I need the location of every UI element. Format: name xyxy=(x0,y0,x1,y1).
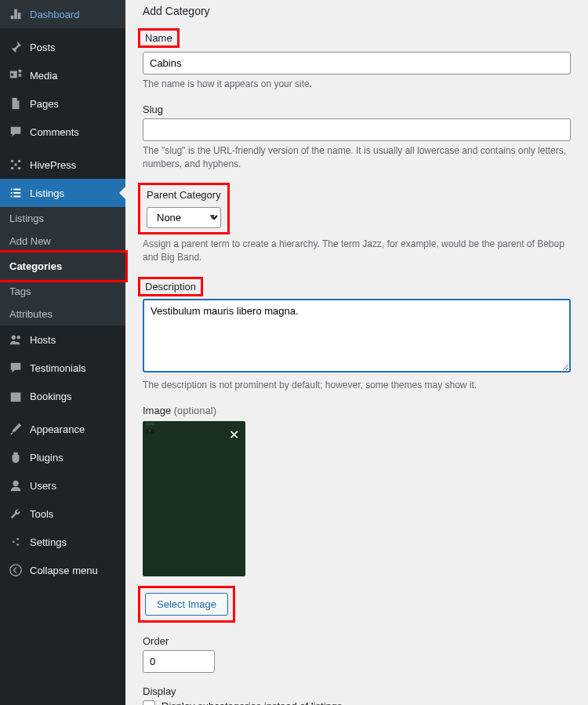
testimonial-icon xyxy=(8,360,24,376)
remove-image-icon[interactable]: ✕ xyxy=(229,427,239,442)
svg-point-9 xyxy=(13,541,15,543)
parent-help: Assign a parent term to create a hierarc… xyxy=(143,238,571,264)
image-label: Image (optional) xyxy=(143,405,571,416)
sidebar-item-testimonials[interactable]: Testimonials xyxy=(0,354,125,382)
sidebar-item-tools[interactable]: Tools xyxy=(0,500,125,528)
select-image-button[interactable]: Select Image xyxy=(145,593,228,616)
sidebar-item-plugins[interactable]: Plugins xyxy=(0,443,125,471)
wrench-icon xyxy=(8,506,24,521)
sidebar-sub-add-new[interactable]: Add New xyxy=(0,230,125,253)
sidebar-submenu-listings: Listings Add New Categories Tags Attribu… xyxy=(0,207,125,325)
svg-point-7 xyxy=(13,481,18,486)
dashboard-icon xyxy=(8,6,24,22)
sidebar-item-posts[interactable]: Posts xyxy=(0,33,125,61)
parent-label: Parent Category xyxy=(147,189,221,201)
svg-point-3 xyxy=(18,167,21,170)
sidebar-item-appearance[interactable]: Appearance xyxy=(0,415,125,443)
svg-point-2 xyxy=(11,167,14,170)
calendar-icon xyxy=(8,388,24,404)
slug-help: The "slug" is the URL-friendly version o… xyxy=(143,144,571,171)
brush-icon xyxy=(8,421,24,437)
svg-point-4 xyxy=(14,163,17,166)
page-title: Add Category xyxy=(143,5,571,17)
users-icon xyxy=(8,332,24,347)
display-checkbox[interactable] xyxy=(143,700,155,705)
sidebar-item-settings[interactable]: Settings xyxy=(0,528,125,556)
sidebar-sub-tags[interactable]: Tags xyxy=(0,280,125,303)
desc-label: Description xyxy=(145,281,196,293)
svg-point-5 xyxy=(12,336,16,340)
sidebar-sub-attributes[interactable]: Attributes xyxy=(0,303,125,325)
svg-rect-15 xyxy=(150,431,151,432)
sidebar-sub-categories[interactable]: Categories xyxy=(0,255,125,278)
settings-icon xyxy=(8,534,24,550)
display-label: Display xyxy=(143,685,571,697)
collapse-icon xyxy=(8,562,24,578)
svg-point-11 xyxy=(10,565,21,576)
parent-select[interactable]: None xyxy=(147,207,221,228)
sidebar-item-comments[interactable]: Comments xyxy=(0,118,125,146)
sidebar-item-bookings[interactable]: Bookings xyxy=(0,382,125,410)
page-icon xyxy=(8,96,24,111)
sidebar-item-users[interactable]: Users xyxy=(0,471,125,500)
svg-point-8 xyxy=(16,538,19,540)
svg-point-1 xyxy=(18,160,21,163)
desc-textarea[interactable]: Vestibulum mauris libero magna. xyxy=(143,299,571,372)
main-content: Add Category Name The name is how it app… xyxy=(125,0,588,705)
sidebar-item-hosts[interactable]: Hosts xyxy=(0,325,125,354)
comment-icon xyxy=(8,124,24,140)
name-label: Name xyxy=(145,32,172,44)
sidebar-item-media[interactable]: Media xyxy=(0,61,125,89)
hive-icon xyxy=(8,157,24,173)
display-checkbox-label: Display subcategories instead of listing… xyxy=(162,700,343,705)
desc-help: The description is not prominent by defa… xyxy=(143,379,571,392)
list-icon xyxy=(8,185,24,201)
name-input[interactable] xyxy=(143,52,571,74)
media-icon xyxy=(8,67,24,83)
sidebar-item-pages[interactable]: Pages xyxy=(0,89,125,118)
name-help: The name is how it appears on your site. xyxy=(143,78,571,91)
svg-point-0 xyxy=(11,160,14,163)
user-icon xyxy=(8,478,24,493)
svg-point-6 xyxy=(16,336,20,340)
sidebar-item-listings[interactable]: Listings xyxy=(0,179,125,207)
image-preview: ✕ xyxy=(143,421,245,576)
plugin-icon xyxy=(8,449,24,465)
slug-label: Slug xyxy=(143,104,571,115)
sidebar-collapse[interactable]: Collapse menu xyxy=(0,556,125,584)
sidebar-sub-listings[interactable]: Listings xyxy=(0,207,125,230)
slug-input[interactable] xyxy=(143,118,571,141)
order-label: Order xyxy=(143,635,571,647)
sidebar-item-hivepress[interactable]: HivePress xyxy=(0,151,125,179)
pin-icon xyxy=(8,39,24,55)
sidebar-item-dashboard[interactable]: Dashboard xyxy=(0,0,125,28)
svg-point-10 xyxy=(16,543,19,546)
admin-sidebar: Dashboard Posts Media Pages Comments Hiv… xyxy=(0,0,125,705)
order-input[interactable] xyxy=(143,650,215,673)
